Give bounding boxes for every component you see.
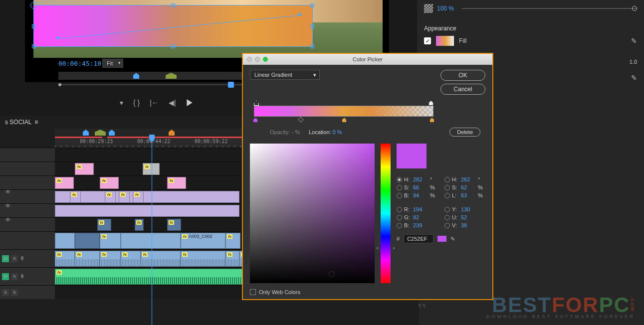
cancel-button[interactable]: Cancel xyxy=(440,84,485,95)
radio-g[interactable] xyxy=(397,215,402,220)
marker-green[interactable] xyxy=(166,73,177,79)
color-stop[interactable] xyxy=(254,101,259,106)
corner-handle[interactable] xyxy=(310,44,314,48)
maximize-icon[interactable] xyxy=(263,57,268,62)
audio-clip[interactable]: fx xyxy=(225,251,239,267)
gradient-preview[interactable] xyxy=(254,106,433,117)
marker-orange[interactable] xyxy=(169,130,175,136)
clip-fx[interactable]: fx xyxy=(133,191,144,203)
delete-stop-button[interactable]: Delete xyxy=(449,128,480,137)
radio-h2[interactable] xyxy=(444,177,450,182)
clip[interactable] xyxy=(55,191,239,203)
solo-toggle[interactable]: S xyxy=(11,273,18,280)
web-colors-checkbox[interactable] xyxy=(250,289,256,295)
eyedropper-icon[interactable]: ✎ xyxy=(450,236,455,242)
color-stop-row[interactable] xyxy=(254,101,433,106)
audio-clip[interactable]: fx xyxy=(141,251,181,267)
clip[interactable]: fx xyxy=(225,233,240,249)
audio-clip[interactable]: fx xyxy=(55,251,75,267)
opacity-value[interactable]: 100 % xyxy=(437,5,454,12)
eyedropper-icon[interactable]: ✎ xyxy=(631,37,637,45)
radio-b2[interactable] xyxy=(397,223,402,228)
edge-handle[interactable] xyxy=(310,24,314,28)
in-out-icon[interactable]: { } xyxy=(133,99,140,107)
radio-v[interactable] xyxy=(444,223,450,228)
marker-blue[interactable] xyxy=(83,130,89,136)
solo-toggle[interactable]: S xyxy=(11,289,18,296)
hex-input[interactable] xyxy=(404,234,433,243)
track-header[interactable] xyxy=(0,162,55,175)
opacity-stop[interactable] xyxy=(253,118,258,123)
midpoint[interactable] xyxy=(298,117,303,122)
marker-blue[interactable] xyxy=(133,73,139,79)
eye-icon[interactable]: 👁 xyxy=(5,188,11,195)
opacity-slider[interactable] xyxy=(462,8,637,9)
saturation-brightness-field[interactable] xyxy=(250,144,375,283)
color-cursor[interactable] xyxy=(329,271,335,277)
fill-opacity-value[interactable]: 1.0 xyxy=(630,59,637,65)
clip[interactable]: fx xyxy=(167,219,181,231)
play-icon[interactable] xyxy=(186,99,193,106)
hue-slider[interactable]: ‹ › xyxy=(381,144,391,283)
slider-knob[interactable] xyxy=(632,6,637,11)
clip[interactable]: fx xyxy=(97,219,111,231)
mute-toggle[interactable]: M xyxy=(2,255,9,262)
location-val[interactable]: 0 % xyxy=(333,129,342,135)
radio-h[interactable] xyxy=(397,177,402,182)
edge-handle[interactable] xyxy=(171,3,175,7)
solo-toggle[interactable]: S xyxy=(2,289,9,296)
eye-icon[interactable]: 👁 xyxy=(5,216,11,223)
eyedropper-icon[interactable]: ✎ xyxy=(631,74,637,82)
track-header[interactable] xyxy=(0,232,55,249)
clip-fx[interactable]: fx xyxy=(119,191,130,203)
clip-fx[interactable]: fx xyxy=(70,191,81,203)
clip[interactable]: fx xyxy=(75,163,94,175)
panel-menu-icon[interactable]: ≡ xyxy=(34,119,38,126)
solo-toggle[interactable]: S xyxy=(11,255,18,262)
opacity-stop-row[interactable] xyxy=(254,118,433,124)
clip[interactable]: fx xyxy=(167,177,186,189)
fill-swatch[interactable] xyxy=(436,36,454,46)
gradient-editor[interactable] xyxy=(254,101,433,124)
radio-s[interactable] xyxy=(397,185,402,190)
clip[interactable]: fx xyxy=(143,163,160,175)
go-to-in-icon[interactable]: |← xyxy=(150,99,159,107)
minimize-icon[interactable] xyxy=(255,57,260,62)
clip[interactable]: fx xyxy=(55,177,74,189)
opacity-stop[interactable] xyxy=(342,118,347,123)
clip[interactable]: fx xyxy=(100,177,119,189)
hue-arrow-right[interactable]: › xyxy=(393,245,395,251)
playhead-handle[interactable] xyxy=(228,82,234,88)
fill-checkbox[interactable]: ✓ xyxy=(424,37,431,44)
gradient-type-dropdown[interactable]: Linear Gradient xyxy=(250,70,320,80)
clip[interactable]: fx xyxy=(100,233,121,249)
color-stop[interactable] xyxy=(429,101,433,106)
anchor-handle[interactable] xyxy=(30,2,37,9)
radio-s2[interactable] xyxy=(444,185,450,190)
ok-button[interactable]: OK xyxy=(440,70,485,81)
step-back-icon[interactable]: ◀| xyxy=(169,99,176,107)
gradient-title-box[interactable] xyxy=(33,5,313,47)
track-header[interactable]: M S 🎙 xyxy=(0,250,55,267)
edge-handle[interactable] xyxy=(32,24,36,28)
clip[interactable] xyxy=(75,233,100,249)
clip[interactable]: fx xyxy=(135,219,144,231)
audio-clip[interactable]: fx xyxy=(100,251,121,267)
dialog-titlebar[interactable]: Color Picker xyxy=(243,54,492,65)
in-point[interactable] xyxy=(58,83,61,86)
mute-toggle[interactable]: M xyxy=(2,273,9,280)
radio-r[interactable] xyxy=(397,207,402,212)
marker-blue[interactable] xyxy=(109,130,115,136)
clip[interactable]: fx A003_C002 xyxy=(181,233,225,249)
eye-icon[interactable]: 👁 xyxy=(5,202,11,209)
radio-y[interactable] xyxy=(444,207,450,212)
marker-green[interactable] xyxy=(95,130,106,136)
audio-clip[interactable]: fx xyxy=(181,251,225,267)
track-header[interactable] xyxy=(0,148,55,162)
track-header[interactable]: S S xyxy=(0,286,55,299)
playhead[interactable] xyxy=(152,137,152,325)
clip[interactable] xyxy=(55,233,75,249)
opacity-stop[interactable] xyxy=(429,118,434,123)
close-icon[interactable] xyxy=(247,57,252,62)
clip[interactable] xyxy=(55,205,239,217)
